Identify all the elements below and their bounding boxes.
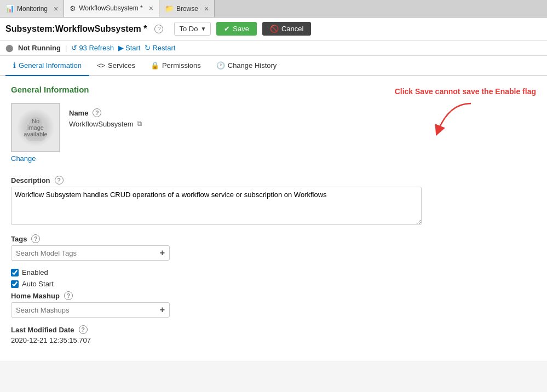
tab-workflow[interactable]: ⚙ WorkflowSubsystem * × [64, 0, 159, 17]
enabled-label: Enabled [22, 268, 48, 276]
tags-add-button[interactable]: + [160, 248, 165, 258]
save-button[interactable]: ✔ Save [216, 22, 257, 36]
home-mashup-section: Home Mashup ? + [11, 291, 536, 318]
tags-search-container: + [11, 245, 170, 261]
tab-permissions-label: Permissions [162, 61, 201, 70]
tab-workflow-label: WorkflowSubsystem * [79, 4, 142, 12]
tab-nav-history[interactable]: 🕐 Change History [209, 56, 285, 76]
enabled-row: Enabled [11, 268, 536, 276]
not-running-icon: ⬤ [5, 44, 14, 52]
tags-search-input[interactable] [16, 249, 160, 257]
cancel-icon: 🚫 [270, 25, 279, 33]
start-label: Start [125, 44, 140, 52]
last-modified-value: 2020-12-21 12:35:15.707 [11, 336, 536, 344]
todo-arrow-icon: ▼ [200, 26, 206, 32]
main-area: Subsystem:WorkflowSubsystem * ? To Do ▼ … [0, 18, 547, 392]
tab-workflow-close[interactable]: × [149, 4, 153, 13]
history-icon: 🕐 [216, 61, 225, 70]
tags-help-icon[interactable]: ? [31, 234, 40, 243]
content-area: General Information Click Save cannot sa… [0, 76, 547, 361]
image-area: Noimageavailable Change [11, 103, 60, 163]
refresh-icon: ↺ [71, 44, 77, 52]
tab-history-label: Change History [228, 61, 277, 70]
services-icon: <> [97, 61, 105, 70]
restart-icon: ↻ [145, 44, 151, 52]
auto-start-label: Auto Start [22, 280, 54, 288]
tab-nav-permissions[interactable]: 🔒 Permissions [143, 56, 209, 76]
no-image-text: Noimageavailable [24, 118, 47, 137]
home-mashup-label: Home Mashup ? [11, 291, 536, 300]
annotation-area: Click Save cannot save the Enable flag [384, 87, 536, 142]
refresh-label: 93 Refresh [79, 44, 114, 52]
name-info: Name ? WorkflowSubsystem ⧉ [69, 103, 142, 128]
cancel-button[interactable]: 🚫 Cancel [262, 22, 311, 36]
auto-start-checkbox[interactable] [11, 280, 19, 288]
general-info-icon: ℹ [13, 61, 16, 70]
annotation-text: Click Save cannot save the Enable flag [395, 87, 536, 96]
todo-dropdown[interactable]: To Do ▼ [174, 22, 211, 36]
monitoring-icon: 📊 [5, 4, 14, 13]
mashup-add-button[interactable]: + [160, 305, 165, 315]
save-label: Save [233, 25, 249, 33]
status-text: Not Running [18, 44, 61, 52]
name-value: WorkflowSubsystem [69, 120, 134, 128]
change-link[interactable]: Change [11, 154, 36, 163]
tab-monitoring-label: Monitoring [17, 5, 48, 13]
mashup-search-container: + [11, 302, 170, 318]
tab-bar: 📊 Monitoring × ⚙ WorkflowSubsystem * × 📁… [0, 0, 547, 18]
last-modified-help-icon[interactable]: ? [79, 325, 88, 334]
last-modified-section: Last Modified Date ? 2020-12-21 12:35:15… [11, 325, 536, 344]
image-placeholder: Noimageavailable [11, 103, 60, 152]
last-modified-label: Last Modified Date ? [11, 325, 536, 334]
tab-nav-services[interactable]: <> Services [89, 56, 143, 76]
tab-monitoring-close[interactable]: × [54, 4, 58, 13]
header-bar: Subsystem:WorkflowSubsystem * ? To Do ▼ … [0, 18, 547, 41]
start-link[interactable]: ▶ Start [118, 44, 140, 52]
name-label: Name ? [69, 108, 142, 117]
refresh-link[interactable]: ↺ 93 Refresh [71, 44, 114, 52]
tab-nav-general[interactable]: ℹ General Information [5, 56, 89, 76]
description-help-icon[interactable]: ? [55, 176, 64, 185]
start-icon: ▶ [118, 44, 124, 52]
separator-1: | [65, 44, 67, 52]
tab-monitoring[interactable]: 📊 Monitoring × [0, 0, 64, 17]
tab-browse-close[interactable]: × [204, 4, 209, 13]
cancel-label: Cancel [281, 25, 303, 33]
description-label: Description ? [11, 176, 536, 185]
restart-link[interactable]: ↻ Restart [145, 44, 175, 52]
help-icon[interactable]: ? [154, 25, 163, 33]
workflow-icon: ⚙ [70, 4, 76, 13]
auto-start-row: Auto Start [11, 280, 536, 288]
enabled-checkbox[interactable] [11, 269, 19, 276]
copy-icon[interactable]: ⧉ [137, 119, 142, 128]
mashup-search-input[interactable] [16, 306, 160, 314]
name-help-icon[interactable]: ? [93, 108, 101, 117]
tab-services-label: Services [108, 61, 135, 70]
description-field[interactable]: Workflow Subsystem handles CRUD operatio… [11, 187, 422, 225]
home-mashup-help-icon[interactable]: ? [64, 291, 73, 300]
todo-label: To Do [179, 25, 198, 33]
save-check-icon: ✔ [224, 25, 230, 33]
permissions-icon: 🔒 [151, 61, 159, 70]
description-section: Description ? Workflow Subsystem handles… [11, 176, 536, 227]
tab-general-label: General Information [19, 61, 82, 70]
restart-label: Restart [152, 44, 175, 52]
tab-browse-label: Browse [176, 5, 198, 13]
annotation-arrow [427, 98, 493, 142]
status-bar: ⬤ Not Running | ↺ 93 Refresh ▶ Start ↻ R… [0, 41, 547, 56]
page-title: Subsystem:WorkflowSubsystem * [5, 24, 147, 34]
tab-browse[interactable]: 📁 Browse × [159, 0, 215, 17]
tags-label: Tags ? [11, 234, 536, 243]
tags-section: Tags ? + [11, 234, 536, 261]
tab-navigation: ℹ General Information <> Services 🔒 Perm… [0, 56, 547, 76]
browse-icon: 📁 [165, 4, 174, 13]
